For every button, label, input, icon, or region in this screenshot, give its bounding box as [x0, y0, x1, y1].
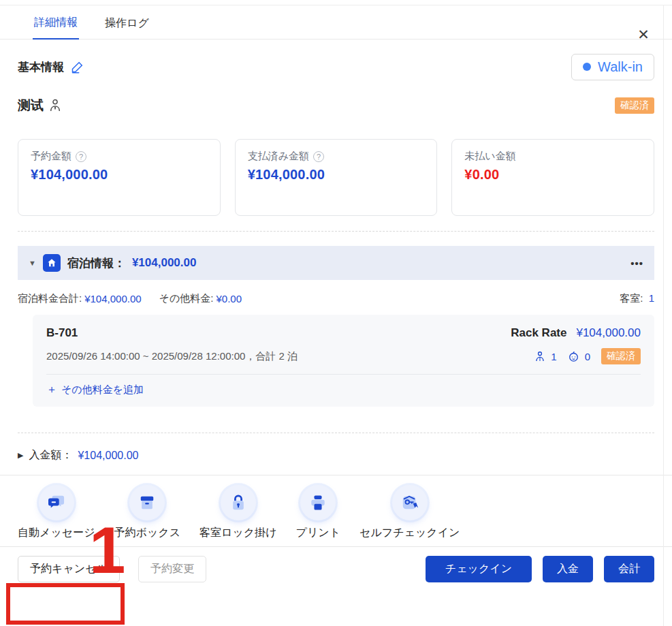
- action-label: 客室ロック掛け: [199, 526, 277, 540]
- more-options-icon[interactable]: •••: [630, 257, 643, 269]
- card-label: 予約金額: [31, 150, 71, 163]
- add-other-fee-label: その他料金を追加: [61, 384, 144, 396]
- child-icon: [568, 351, 579, 362]
- panel-right-divider: [663, 5, 664, 626]
- room-total-label: 宿泊料金合計:: [18, 292, 82, 305]
- guest-person-icon[interactable]: [49, 99, 61, 112]
- stay-dates: 2025/09/26 14:00:00 ~ 2025/09/28 12:00:0…: [46, 350, 298, 363]
- action-label: プリント: [296, 526, 341, 540]
- card-label: 支払済み金額: [248, 150, 309, 163]
- action-room-lock[interactable]: 客室ロック掛け: [190, 485, 287, 540]
- adult-icon: [534, 351, 545, 362]
- billing-button[interactable]: 会計: [604, 556, 654, 582]
- action-label: 自動メッセージ: [18, 526, 95, 540]
- panel-top-divider: [0, 0, 672, 5]
- walkin-dot-icon: [583, 63, 591, 71]
- card-value: ¥104,000.00: [248, 167, 425, 183]
- box-icon: [129, 485, 165, 520]
- lodging-totals-row: 宿泊料金合計: ¥104,000.00 その他料金: ¥0.00 客室: 1: [18, 292, 654, 305]
- action-print[interactable]: プリント: [287, 485, 351, 540]
- guest-name: 测试: [18, 97, 44, 114]
- guest-row: 测试 確認済: [18, 95, 654, 116]
- reservation-detail-panel: 詳細情報 操作ログ ✕ 基本情報 Walk-in 测试: [0, 0, 672, 626]
- house-icon: [43, 254, 61, 272]
- room-status-badge: 確認済: [601, 348, 641, 364]
- quick-actions-row: 自動メッセージ 予約ボックス 客室ロック掛け: [0, 475, 672, 544]
- tab-detail-info[interactable]: 詳細情報: [33, 10, 79, 40]
- dashed-divider: [18, 231, 654, 232]
- card-value: ¥104,000.00: [31, 167, 208, 183]
- add-other-fee-link[interactable]: ＋ その他料金を追加: [46, 383, 641, 397]
- other-fee-label: その他料金:: [159, 292, 214, 305]
- child-count: 0: [585, 351, 590, 362]
- action-self-checkin[interactable]: セルフチェックイン: [350, 485, 469, 540]
- other-fee-value: ¥0.00: [216, 293, 242, 304]
- card-reservation-amount: 予約金額 ? ¥104,000.00: [18, 139, 221, 216]
- action-reservation-box[interactable]: 予約ボックス: [105, 485, 191, 540]
- room-card-divider: [46, 374, 641, 375]
- close-icon[interactable]: ✕: [635, 26, 652, 42]
- edit-pencil-icon[interactable]: [71, 60, 84, 74]
- lodging-section-title: 宿泊情報：: [67, 255, 125, 271]
- action-label: セルフチェックイン: [359, 526, 460, 540]
- help-icon[interactable]: ?: [76, 151, 86, 162]
- expand-caret-icon[interactable]: ▶: [18, 451, 23, 460]
- deposit-value: ¥104,000.00: [78, 450, 138, 462]
- summary-cards: 予約金額 ? ¥104,000.00 支払済み金額 ? ¥104,000.00 …: [18, 139, 654, 216]
- self-checkin-icon: [392, 485, 428, 520]
- walkin-label: Walk-in: [598, 59, 643, 75]
- footer-bar: 予約キャンセル 予約変更 チェックイン 入金 会計: [0, 546, 672, 582]
- card-label: 未払い金額: [464, 150, 515, 163]
- deposit-label: 入金額：: [29, 448, 72, 463]
- dashed-divider: [18, 433, 654, 433]
- chat-message-icon: [39, 485, 74, 520]
- lodging-section-amount: ¥104,000.00: [132, 256, 197, 270]
- rate-plan-name: Rack Rate: [511, 326, 566, 340]
- basic-info-title: 基本情報: [18, 59, 64, 75]
- printer-icon: [300, 485, 336, 520]
- rooms-count[interactable]: 1: [649, 292, 654, 304]
- payment-button[interactable]: 入金: [543, 556, 593, 582]
- room-total-value: ¥104,000.00: [84, 293, 141, 304]
- room-name: B-701: [46, 326, 78, 340]
- walkin-badge[interactable]: Walk-in: [571, 54, 654, 80]
- help-icon[interactable]: ?: [313, 151, 324, 162]
- room-card: B-701 Rack Rate ¥104,000.00 2025/09/26 1…: [33, 315, 654, 407]
- action-auto-message[interactable]: 自動メッセージ: [8, 485, 105, 540]
- lock-icon: [221, 485, 256, 520]
- adult-count: 1: [551, 351, 556, 362]
- cancel-reservation-button[interactable]: 予約キャンセル: [18, 556, 120, 582]
- rate-amount: ¥104,000.00: [576, 326, 641, 340]
- card-paid-amount: 支払済み金額 ? ¥104,000.00: [235, 139, 438, 216]
- checkin-button[interactable]: チェックイン: [426, 556, 532, 582]
- tab-bar: 詳細情報 操作ログ ✕: [0, 5, 672, 40]
- card-unpaid-amount: 未払い金額 ¥0.00: [451, 139, 654, 216]
- annotation-highlight-rect: [6, 583, 125, 625]
- plus-icon: ＋: [46, 383, 57, 397]
- modify-reservation-button[interactable]: 予約変更: [138, 556, 206, 582]
- action-label: 予約ボックス: [114, 526, 181, 540]
- tab-operation-log[interactable]: 操作ログ: [103, 11, 150, 39]
- card-value: ¥0.00: [464, 167, 641, 183]
- basic-info-row: 基本情報 Walk-in: [18, 53, 654, 80]
- reservation-status-badge: 確認済: [615, 97, 654, 114]
- lodging-section-header[interactable]: ▼ 宿泊情報： ¥104,000.00 •••: [18, 246, 654, 280]
- rooms-label: 客室:: [620, 292, 643, 304]
- collapse-caret-icon[interactable]: ▼: [29, 259, 36, 267]
- deposit-row[interactable]: ▶ 入金額： ¥104,000.00: [18, 448, 654, 463]
